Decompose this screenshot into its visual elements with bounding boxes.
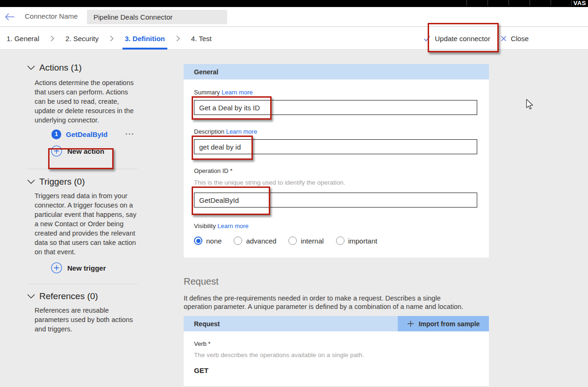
chevron-down-icon — [27, 179, 35, 184]
triggers-description: Triggers read data in from your connecto… — [35, 191, 139, 257]
account-text: VAS — [574, 0, 586, 7]
general-header-title: General — [194, 68, 218, 76]
verb-label: Verb * — [194, 340, 489, 348]
summary-label: Summary Learn more — [194, 89, 489, 96]
topbar-divider — [509, 0, 509, 6]
update-connector-label: Update connector — [435, 35, 490, 43]
general-card-header: General — [184, 64, 489, 79]
request-section-description: It defines the pre-requirements needed i… — [184, 294, 468, 311]
topbar-divider — [571, 0, 572, 6]
actions-title: Actions (1) — [39, 63, 82, 73]
triggers-title: Triggers (0) — [39, 177, 85, 187]
close-label: Close — [511, 35, 529, 43]
step-test[interactable]: 4. Test — [191, 27, 212, 50]
wizard-steps: 1. General 2. Security 3. Definition 4. … — [7, 27, 212, 50]
more-options-icon[interactable]: ··· — [125, 132, 137, 136]
topbar-divider — [551, 0, 551, 6]
browser-topbar: VAS — [0, 0, 588, 7]
radio-icon[interactable] — [336, 236, 344, 245]
operation-id-label: Operation ID * — [194, 167, 489, 175]
visibility-radio-important[interactable]: important — [336, 236, 378, 245]
general-card: General Summary Learn more Description L… — [184, 64, 489, 258]
action-list-item-getdealbyid[interactable]: 1 GetDealById ··· — [51, 129, 137, 139]
step-general[interactable]: 1. General — [7, 27, 39, 50]
request-bar-title: Request — [184, 316, 398, 331]
visibility-radio-advanced[interactable]: advanced — [234, 236, 276, 245]
back-arrow-icon[interactable] — [5, 13, 15, 21]
summary-learn-more-link[interactable]: Learn more — [222, 89, 252, 96]
description-learn-more-link[interactable]: Learn more — [226, 128, 257, 135]
sidebar-divider — [27, 284, 137, 284]
close-button[interactable]: Close — [501, 35, 529, 43]
visibility-learn-more-link[interactable]: Learn more — [217, 222, 248, 229]
visibility-label: Visibility Learn more — [194, 222, 489, 230]
mouse-cursor-icon — [526, 99, 534, 110]
operation-id-hint: This is the unique string used to identi… — [194, 179, 489, 186]
chevron-down-icon — [27, 65, 35, 70]
radio-icon[interactable] — [234, 236, 242, 245]
plus-icon — [407, 320, 414, 327]
visibility-radio-group: none advanced internal important — [194, 236, 489, 258]
verb-value: GET — [194, 366, 489, 374]
description-input[interactable] — [194, 139, 477, 154]
connector-editor-page: VAS Connector Name 1. General 2. Securit… — [0, 0, 588, 387]
connector-name-input[interactable] — [87, 10, 227, 24]
definition-main-panel: General Summary Learn more Description L… — [184, 64, 489, 386]
visibility-radio-internal[interactable]: internal — [288, 236, 323, 245]
actions-description: Actions determine the operations that us… — [35, 78, 139, 125]
plus-circle-icon — [51, 262, 62, 273]
new-trigger-button[interactable]: New trigger — [51, 259, 137, 276]
operation-id-input[interactable] — [194, 193, 477, 208]
request-bar: Request Import from sample — [184, 316, 489, 331]
wizard-steps-bar: 1. General 2. Security 3. Definition 4. … — [0, 27, 588, 50]
references-description: References are reusable parameters used … — [35, 306, 139, 334]
request-section-title: Request — [184, 276, 489, 287]
visibility-radio-none[interactable]: none — [194, 236, 222, 245]
chevron-right-icon — [50, 36, 54, 42]
action-count-badge: 1 — [51, 129, 61, 139]
topbar-divider — [530, 0, 530, 6]
references-title: References (0) — [39, 291, 98, 301]
chevron-down-icon — [27, 294, 35, 299]
references-section-header[interactable]: References (0) — [27, 290, 137, 303]
topbar-divider — [466, 0, 467, 6]
radio-selected-icon[interactable] — [194, 236, 202, 245]
update-connector-button[interactable]: Update connector — [423, 35, 490, 43]
new-trigger-label: New trigger — [67, 264, 106, 272]
chevron-right-icon — [110, 36, 114, 42]
actions-section-header[interactable]: Actions (1) — [27, 61, 137, 74]
plus-circle-icon — [51, 145, 62, 157]
new-action-button[interactable]: New action — [51, 143, 137, 159]
chevron-right-icon — [176, 36, 180, 42]
import-from-sample-label: Import from sample — [419, 320, 480, 328]
step-definition-active[interactable]: 3. Definition — [125, 27, 165, 50]
topbar-divider — [488, 0, 488, 6]
description-label: Description Learn more — [194, 128, 489, 136]
connector-header: Connector Name — [0, 7, 588, 27]
verb-hint: The verb describes the operations availa… — [194, 351, 489, 359]
checkmark-icon — [423, 36, 430, 42]
step-security[interactable]: 2. Security — [65, 27, 99, 50]
triggers-section-header[interactable]: Triggers (0) — [27, 175, 137, 188]
import-from-sample-button[interactable]: Import from sample — [398, 316, 489, 331]
connector-name-label: Connector Name — [25, 12, 78, 20]
sidebar-divider — [27, 169, 137, 169]
request-card: Verb * The verb describes the operations… — [184, 331, 489, 386]
definition-sidebar: Actions (1) Actions determine the operat… — [27, 61, 137, 334]
action-item-label[interactable]: GetDealById — [66, 130, 108, 138]
radio-icon[interactable] — [288, 236, 297, 245]
summary-input[interactable] — [194, 100, 477, 115]
new-action-label: New action — [67, 147, 104, 155]
wizard-actions: Update connector Close — [423, 27, 529, 50]
close-icon — [501, 36, 507, 42]
